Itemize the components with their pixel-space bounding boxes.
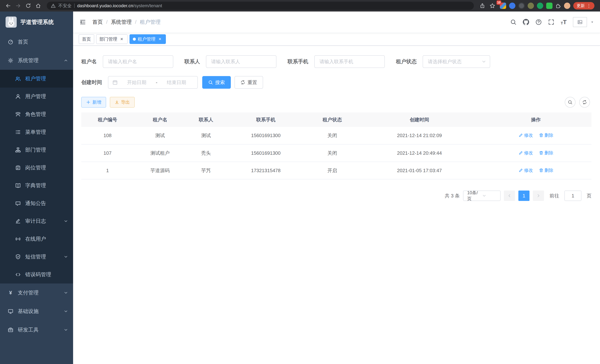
sidebar-item[interactable]: 首页 xyxy=(0,33,73,51)
page-number-button[interactable]: 1 xyxy=(518,191,529,201)
reload-icon[interactable] xyxy=(24,1,33,10)
tab-close-icon[interactable]: × xyxy=(157,37,162,42)
goto-page-input[interactable] xyxy=(564,191,581,201)
sidebar-item[interactable]: 在线用户 xyxy=(0,230,73,248)
sidebar-item[interactable]: 用户管理 xyxy=(0,88,73,105)
sidebar-item[interactable]: 系统管理 xyxy=(0,51,73,70)
security-label[interactable]: 不安全 xyxy=(58,3,72,9)
font-size-icon[interactable]: TT xyxy=(561,19,567,25)
share-icon[interactable] xyxy=(478,1,487,10)
header-search-icon[interactable] xyxy=(510,19,516,25)
delete-icon xyxy=(539,133,544,138)
phone-input[interactable] xyxy=(314,55,385,68)
tags-view: 首页部门管理×租户管理× xyxy=(73,33,600,46)
sidebar-item[interactable]: 研发工具 xyxy=(0,321,73,339)
back-icon[interactable] xyxy=(4,1,13,10)
sidebar-item[interactable]: 基础设施 xyxy=(0,302,73,321)
avatar-caret-icon[interactable] xyxy=(590,20,594,24)
prev-page-button[interactable] xyxy=(504,191,515,201)
date-end-placeholder[interactable]: 结束日期 xyxy=(159,79,193,86)
breadcrumb-item[interactable]: 系统管理 xyxy=(111,19,132,26)
extension-icon-5[interactable] xyxy=(537,3,543,9)
bookmark-star-icon[interactable] xyxy=(488,1,497,10)
sidebar-item[interactable]: 通知公告 xyxy=(0,195,73,212)
goto-label: 前往 xyxy=(550,193,559,199)
extension-icon-3[interactable] xyxy=(518,3,525,9)
app-logo[interactable]: 芋道管理系统 xyxy=(0,11,73,33)
update-button[interactable]: 更新⋮ xyxy=(573,2,594,9)
create-time-range-picker[interactable]: 开始日期 - 结束日期 xyxy=(108,76,198,89)
page-size-value: 10条/页 xyxy=(467,190,482,202)
user-icon xyxy=(15,94,21,99)
extension-badge: 10 xyxy=(497,0,501,5)
reset-button[interactable]: 重置 xyxy=(234,76,263,89)
sidebar-item-label: 菜单管理 xyxy=(25,129,68,136)
extension-icon-2[interactable] xyxy=(509,3,516,9)
delete-button[interactable]: 删除 xyxy=(539,132,553,138)
breadcrumb-separator: / xyxy=(135,19,137,25)
home-icon[interactable] xyxy=(34,1,43,10)
sidebar-item[interactable]: 菜单管理 xyxy=(0,123,73,141)
user-avatar[interactable] xyxy=(573,17,587,27)
sidebar-item-label: 岗位管理 xyxy=(25,164,68,171)
logo-image xyxy=(6,17,17,28)
date-separator: - xyxy=(156,80,158,85)
tab-label: 首页 xyxy=(82,36,91,42)
sidebar-item[interactable]: 部门管理 xyxy=(0,141,73,159)
next-page-button[interactable] xyxy=(533,191,544,201)
view-tab[interactable]: 租户管理× xyxy=(130,34,166,44)
chevron-down-icon xyxy=(64,291,68,295)
view-tab[interactable]: 部门管理× xyxy=(96,34,128,44)
breadcrumb-item[interactable]: 首页 xyxy=(92,19,103,26)
cell-operations: 修改删除 xyxy=(480,127,591,144)
chevron-down-icon xyxy=(64,309,68,313)
address-bar[interactable]: 不安全 dashboard.yudao.iocoder.cn/system/te… xyxy=(47,2,474,10)
delete-icon xyxy=(539,168,544,173)
browser-profile-avatar[interactable] xyxy=(564,3,570,9)
table-body: 108测试测试15601691300关闭2021-12-14 21:02:09修… xyxy=(81,127,591,179)
extension-icon-1[interactable]: 10 xyxy=(500,3,506,9)
cell-id: 1 xyxy=(81,162,134,179)
add-button[interactable]: 新增 xyxy=(81,97,106,108)
extension-icon-6[interactable] xyxy=(546,3,553,9)
delete-button[interactable]: 删除 xyxy=(539,167,553,173)
role-icon xyxy=(15,112,21,117)
infra-icon xyxy=(8,308,13,314)
app-title: 芋道管理系统 xyxy=(20,18,54,26)
refresh-table-button[interactable] xyxy=(579,97,590,108)
extension-icon-4[interactable] xyxy=(528,3,534,9)
cell-status: 开启 xyxy=(306,162,358,179)
fullscreen-icon[interactable] xyxy=(548,19,554,25)
sidebar-item-label: 通知公告 xyxy=(25,200,68,207)
tenant-name-input[interactable] xyxy=(103,55,173,68)
tab-close-icon[interactable]: × xyxy=(119,37,124,42)
search-button[interactable]: 搜索 xyxy=(202,76,231,89)
sidebar-item[interactable]: 字典管理 xyxy=(0,177,73,195)
sidebar-item[interactable]: 租户管理 xyxy=(0,70,73,88)
date-start-placeholder[interactable]: 开始日期 xyxy=(120,79,154,86)
page-size-select[interactable]: 10条/页 xyxy=(463,191,501,201)
extensions-puzzle-icon[interactable] xyxy=(555,3,561,9)
github-icon[interactable] xyxy=(523,19,529,25)
edit-button[interactable]: 修改 xyxy=(519,167,533,173)
delete-button[interactable]: 删除 xyxy=(539,150,553,156)
sidebar-item[interactable]: 岗位管理 xyxy=(0,159,73,177)
help-icon[interactable] xyxy=(535,19,542,25)
top-navbar: 首页/系统管理/租户管理 TT xyxy=(73,11,600,33)
tenant-status-select[interactable]: 请选择租户状态 xyxy=(423,55,490,68)
edit-button[interactable]: 修改 xyxy=(519,132,533,138)
contact-input[interactable] xyxy=(206,55,276,68)
browser-menu-kebab-icon[interactable]: ⋮ xyxy=(587,3,591,8)
forward-icon[interactable] xyxy=(14,1,23,10)
cell-id: 107 xyxy=(81,144,134,162)
view-tab[interactable]: 首页 xyxy=(79,34,94,44)
sidebar-item[interactable]: 角色管理 xyxy=(0,105,73,123)
sidebar-item[interactable]: 审计日志 xyxy=(0,212,73,230)
sidebar-item[interactable]: ¥支付管理 xyxy=(0,283,73,302)
toggle-search-button[interactable] xyxy=(565,97,575,108)
sidebar-item[interactable]: 短信管理 xyxy=(0,248,73,266)
export-button[interactable]: 导出 xyxy=(110,97,135,108)
edit-button[interactable]: 修改 xyxy=(519,150,533,156)
hamburger-icon[interactable] xyxy=(73,19,92,25)
sidebar-item[interactable]: 错误码管理 xyxy=(0,266,73,283)
